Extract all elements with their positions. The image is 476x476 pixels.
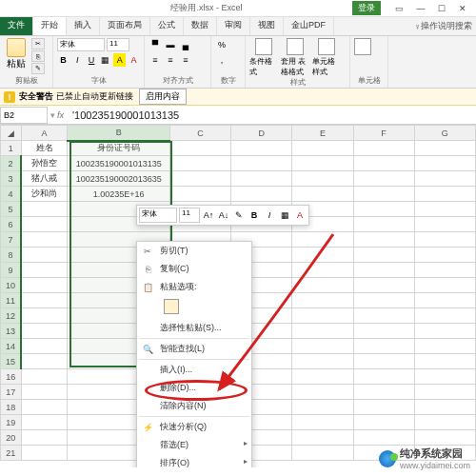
cell[interactable]: 姓名	[21, 141, 68, 156]
worksheet-area[interactable]: ◢ A B C D E F G 1姓名身份证号码 2孙悟空10023519000…	[0, 125, 476, 467]
col-header-D[interactable]: D	[231, 126, 292, 141]
minimize-icon[interactable]: —	[411, 2, 430, 15]
cell-style-button[interactable]: 单元格样式	[312, 38, 341, 77]
cut-icon[interactable]: ✂	[31, 38, 45, 50]
row-header[interactable]: 16	[1, 369, 22, 385]
align-middle-button[interactable]: ▬	[164, 38, 177, 51]
tab-data[interactable]: 数据	[184, 17, 217, 35]
row-header[interactable]: 19	[1, 415, 22, 430]
formula-input[interactable]: '100235190001013135	[70, 109, 476, 121]
row-header[interactable]: 8	[1, 248, 22, 263]
mini-font-name[interactable]: 宋体	[139, 208, 177, 223]
col-header-E[interactable]: E	[292, 126, 353, 141]
ctx-paste-btn[interactable]	[137, 296, 251, 319]
cell[interactable]: 身份证号码	[68, 141, 169, 156]
mini-border-button[interactable]: ▦	[278, 208, 291, 222]
font-color-button[interactable]: A	[128, 53, 140, 67]
mini-format-painter-icon[interactable]: ✎	[232, 208, 246, 222]
tab-layout[interactable]: 页面布局	[100, 17, 150, 35]
mini-decrease-font-icon[interactable]: A↓	[217, 208, 230, 222]
ctx-filter[interactable]: 筛选(E)▸	[137, 436, 251, 454]
row-header[interactable]: 11	[1, 293, 22, 308]
close-icon[interactable]: ✕	[453, 2, 472, 15]
tab-file[interactable]: 文件	[0, 17, 33, 35]
tell-me[interactable]: ♀ 操作说明搜索	[414, 17, 476, 35]
mini-italic-button[interactable]: I	[263, 208, 276, 222]
tab-insert[interactable]: 插入	[67, 17, 100, 35]
row-header[interactable]: 18	[1, 400, 22, 415]
align-center-button[interactable]: ≡	[164, 53, 177, 67]
align-right-button[interactable]: ≡	[179, 53, 192, 67]
cell[interactable]: 100235190001013135	[68, 156, 169, 171]
enable-content-button[interactable]: 启用内容	[139, 89, 187, 105]
mini-bold-button[interactable]: B	[248, 208, 261, 222]
ctx-copy[interactable]: ⎘复制(C)	[137, 260, 251, 278]
bold-button[interactable]: B	[57, 53, 69, 67]
col-header-A[interactable]: A	[21, 126, 68, 141]
row-header[interactable]: 7	[1, 232, 22, 248]
mini-toolbar[interactable]: 宋体 11 A↑ A↓ ✎ B I ▦ A	[136, 205, 309, 226]
font-name-select[interactable]: 宋体	[57, 38, 105, 51]
mini-font-size[interactable]: 11	[179, 208, 200, 223]
copy-icon[interactable]: ⎘	[31, 50, 45, 62]
mini-increase-font-icon[interactable]: A↑	[202, 208, 215, 222]
ctx-paste-special[interactable]: 选择性粘贴(S)...	[137, 319, 251, 337]
fx-icon[interactable]: fx	[57, 110, 70, 120]
tab-pdf[interactable]: 金山PDF	[284, 17, 334, 35]
italic-button[interactable]: I	[71, 53, 84, 67]
row-header[interactable]: 9	[1, 263, 22, 278]
cell[interactable]: 1.00235E+16	[68, 187, 169, 202]
underline-button[interactable]: U	[86, 53, 98, 67]
ctx-insert[interactable]: 插入(I)...	[137, 361, 251, 379]
row-header[interactable]: 2	[1, 156, 22, 171]
ctx-delete[interactable]: 删除(D)...	[137, 379, 251, 397]
cell[interactable]: 猪八戒	[21, 171, 68, 187]
fill-color-button[interactable]: A	[113, 53, 126, 67]
paste-button[interactable]: 粘贴	[4, 38, 29, 70]
row-header[interactable]: 5	[1, 202, 22, 217]
ctx-smart-lookup[interactable]: 🔍智能查找(L)	[137, 340, 251, 358]
cell[interactable]: 100235190002013635	[68, 171, 169, 187]
col-header-C[interactable]: C	[169, 126, 230, 141]
tab-review[interactable]: 审阅	[217, 17, 250, 35]
format-painter-icon[interactable]: ✎	[31, 63, 45, 74]
tab-home[interactable]: 开始	[33, 17, 67, 35]
name-box-dropdown-icon[interactable]: ▾	[48, 110, 57, 120]
align-bottom-button[interactable]: ▄	[179, 38, 192, 51]
cells-icon[interactable]	[354, 38, 371, 55]
cell[interactable]: 沙和尚	[21, 187, 68, 202]
row-header[interactable]: 21	[1, 446, 22, 461]
ctx-quick-analysis[interactable]: ⚡快速分析(Q)	[137, 418, 251, 436]
row-header[interactable]: 3	[1, 171, 22, 187]
font-size-select[interactable]: 11	[107, 38, 129, 51]
ribbon-options-icon[interactable]: ▭	[390, 2, 409, 15]
border-button[interactable]: ▦	[99, 53, 111, 67]
percent-button[interactable]: %	[215, 38, 228, 51]
cond-format-button[interactable]: 条件格式	[249, 38, 278, 77]
row-header[interactable]: 6	[1, 217, 22, 232]
mini-font-color-button[interactable]: A	[293, 208, 307, 222]
row-header[interactable]: 14	[1, 339, 22, 354]
row-header[interactable]: 20	[1, 430, 22, 446]
row-header[interactable]: 15	[1, 354, 22, 369]
col-header-B[interactable]: B	[68, 126, 169, 141]
comma-button[interactable]: ,	[215, 53, 228, 67]
select-all-corner[interactable]: ◢	[1, 126, 22, 141]
ctx-cut[interactable]: ✂剪切(T)	[137, 242, 251, 260]
table-format-button[interactable]: 套用 表格格式	[281, 38, 309, 77]
align-top-button[interactable]: ▀	[149, 38, 162, 51]
row-header[interactable]: 12	[1, 308, 22, 324]
row-header[interactable]: 13	[1, 324, 22, 339]
maximize-icon[interactable]: ☐	[432, 2, 451, 15]
tab-formula[interactable]: 公式	[150, 17, 184, 35]
row-header[interactable]: 1	[1, 141, 22, 156]
col-header-F[interactable]: F	[353, 126, 414, 141]
name-box[interactable]: B2	[0, 107, 48, 124]
row-header[interactable]: 10	[1, 278, 22, 293]
row-header[interactable]: 17	[1, 385, 22, 400]
col-header-G[interactable]: G	[414, 126, 475, 141]
ctx-sort[interactable]: 排序(O)▸	[137, 454, 251, 467]
row-header[interactable]: 4	[1, 187, 22, 202]
tab-view[interactable]: 视图	[250, 17, 284, 35]
login-button[interactable]: 登录	[352, 1, 381, 15]
